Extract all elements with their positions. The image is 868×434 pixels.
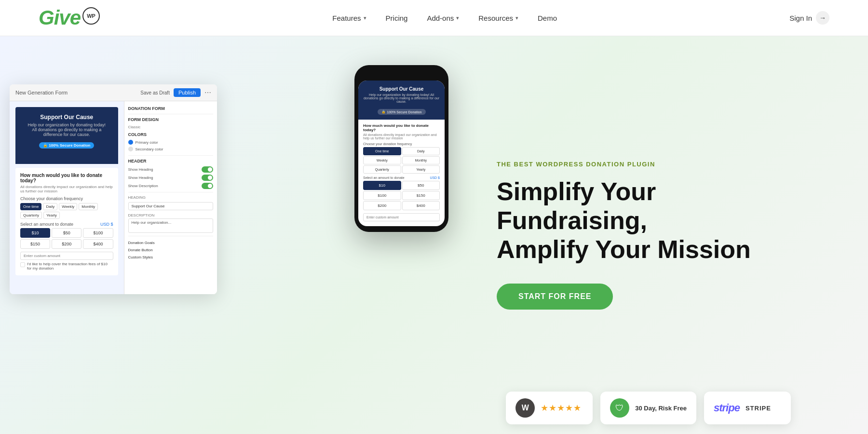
hero-label: THE BEST WORDPRESS DONATION PLUGIN bbox=[497, 161, 762, 168]
checkbox-label: I'd like to help cover the transaction f… bbox=[27, 262, 113, 271]
classic-label: Classic bbox=[128, 125, 214, 129]
phone-question: How much would you like to donate today? bbox=[363, 123, 440, 132]
phone-freq-daily[interactable]: Daily bbox=[402, 147, 440, 155]
donation-goals-item[interactable]: Donation Goals bbox=[128, 239, 214, 246]
amount-50[interactable]: $50 bbox=[52, 228, 81, 238]
phone-amount-50[interactable]: $50 bbox=[402, 181, 440, 190]
amount-150[interactable]: $150 bbox=[20, 239, 50, 249]
phone-mockup: Support Our Cause Help our organization … bbox=[354, 65, 448, 232]
mockup-topbar: New Generation Form Save as Draft Publis… bbox=[10, 84, 217, 101]
phone-freq-grid: One time Daily Weekly Monthly Quarterly … bbox=[363, 147, 440, 174]
transaction-fee-checkbox[interactable] bbox=[20, 262, 25, 267]
addons-chevron-icon: ▾ bbox=[456, 15, 459, 21]
risk-free-text: 30 Day, Risk Free bbox=[635, 405, 687, 412]
left-panel: New Generation Form Save as Draft Publis… bbox=[0, 36, 477, 434]
phone-freq-label: Choose your donation frequency bbox=[363, 142, 440, 146]
freq-quarterly[interactable]: Quarterly bbox=[20, 212, 42, 219]
nav-resources[interactable]: Resources ▾ bbox=[478, 14, 518, 22]
stripe-label: STRIPE bbox=[746, 405, 771, 412]
mockup-body: Support Our Cause Help our organization … bbox=[10, 101, 217, 294]
logo[interactable]: Give WP bbox=[39, 6, 100, 29]
freq-monthly[interactable]: Monthly bbox=[79, 203, 98, 210]
custom-styles-item[interactable]: Custom Styles bbox=[128, 254, 214, 261]
resources-chevron-icon: ▾ bbox=[515, 15, 518, 21]
show-desc-toggle[interactable]: Show Description bbox=[128, 183, 214, 189]
colors-section: Primary color Secondary color bbox=[128, 140, 214, 151]
stripe-logo: stripe bbox=[714, 402, 740, 414]
amount-10[interactable]: $10 bbox=[20, 228, 50, 238]
phone-lock-icon: 🔒 bbox=[381, 110, 386, 114]
nav-demo[interactable]: Demo bbox=[538, 14, 557, 22]
signin-button[interactable]: Sign In → bbox=[789, 11, 829, 25]
phone-freq-monthly[interactable]: Monthly bbox=[402, 156, 440, 164]
secure-badge: 🔒 100% Secure Donation bbox=[39, 142, 94, 149]
freq-onetime[interactable]: One time bbox=[20, 203, 41, 210]
phone-amount-400[interactable]: $400 bbox=[402, 201, 440, 210]
freq-daily[interactable]: Daily bbox=[43, 203, 57, 210]
wordpress-badge: W ★★★★★ bbox=[506, 392, 593, 424]
phone-amount-150[interactable]: $150 bbox=[402, 191, 440, 200]
main-nav: Features ▾ Pricing Add-ons ▾ Resources ▾… bbox=[332, 14, 557, 22]
select-amount-label: Select an amount to donate USD $ bbox=[20, 222, 113, 227]
risk-free-badge: 🛡 30 Day, Risk Free bbox=[600, 392, 696, 424]
toggle-heading-2[interactable] bbox=[202, 175, 213, 181]
save-draft-link[interactable]: Save as Draft bbox=[140, 90, 170, 95]
lock-icon: 🔒 bbox=[43, 143, 48, 148]
logo-text: Give bbox=[39, 6, 81, 29]
primary-color-row[interactable]: Primary color bbox=[128, 140, 214, 145]
star-rating: ★★★★★ bbox=[541, 403, 582, 413]
colors-section-title: Colors bbox=[128, 132, 214, 137]
amount-200[interactable]: $200 bbox=[52, 239, 81, 249]
custom-amount-input[interactable] bbox=[20, 252, 113, 260]
phone-dark-header: Support Our Cause Help our organization … bbox=[358, 81, 445, 120]
show-heading-toggle-1[interactable]: Show Heading bbox=[128, 166, 214, 173]
amount-400[interactable]: $400 bbox=[83, 239, 113, 249]
shield-icon: 🛡 bbox=[610, 398, 629, 418]
heading-input[interactable] bbox=[128, 202, 214, 210]
freq-label: Choose your donation frequency bbox=[20, 196, 113, 201]
form-dark-body: Help our organization by donating today!… bbox=[21, 122, 112, 157]
mockup-title: New Generation Form bbox=[15, 90, 68, 95]
phone-select-row: Select an amount to donate USD $ bbox=[363, 176, 440, 179]
toggle-heading-1[interactable] bbox=[202, 166, 213, 173]
desktop-mockup: New Generation Form Save as Draft Publis… bbox=[10, 84, 217, 294]
frequency-buttons: One time Daily Weekly Monthly Quarterly … bbox=[20, 203, 113, 219]
phone-form-title: Support Our Cause bbox=[363, 86, 440, 92]
phone-amount-200[interactable]: $200 bbox=[363, 201, 401, 210]
secondary-color-dot bbox=[128, 147, 133, 151]
show-heading-toggle-2[interactable]: Show Heading bbox=[128, 175, 214, 181]
phone-amount-100[interactable]: $100 bbox=[363, 191, 401, 200]
freq-weekly[interactable]: Weekly bbox=[59, 203, 77, 210]
phone-secure-badge: 🔒 100% Secure Donation bbox=[378, 109, 426, 115]
publish-button[interactable]: Publish bbox=[174, 88, 201, 97]
toggle-desc[interactable] bbox=[202, 183, 213, 189]
features-chevron-icon: ▾ bbox=[364, 15, 366, 21]
phone-freq-quarterly[interactable]: Quarterly bbox=[363, 165, 401, 174]
nav-features[interactable]: Features ▾ bbox=[332, 14, 366, 22]
description-input[interactable]: Help our organization... bbox=[128, 218, 214, 233]
phone-freq-yearly[interactable]: Yearly bbox=[402, 165, 440, 174]
donate-button-item[interactable]: Donate Button bbox=[128, 246, 214, 254]
freq-yearly[interactable]: Yearly bbox=[43, 212, 60, 219]
phone-custom-input[interactable] bbox=[363, 213, 440, 221]
nav-pricing[interactable]: Pricing bbox=[386, 14, 408, 22]
stripe-badge: stripe STRIPE bbox=[704, 392, 791, 424]
hero-content: THE BEST WORDPRESS DONATION PLUGIN Simpl… bbox=[497, 161, 762, 309]
form-white-section: How much would you like to donate today?… bbox=[15, 168, 118, 275]
phone-freq-onetime[interactable]: One time bbox=[363, 147, 401, 155]
amount-100[interactable]: $100 bbox=[83, 228, 113, 238]
wp-logo-icon: W bbox=[515, 398, 535, 418]
signin-arrow-icon: → bbox=[816, 11, 829, 25]
logo-wp-badge: WP bbox=[82, 7, 100, 25]
topbar-actions: Save as Draft Publish ⋯ bbox=[140, 88, 211, 97]
secondary-color-row[interactable]: Secondary color bbox=[128, 147, 214, 151]
stars-container: ★★★★★ bbox=[541, 403, 582, 413]
form-question: How much would you like to donate today? bbox=[20, 173, 113, 183]
phone-amount-10[interactable]: $10 bbox=[363, 181, 401, 190]
form-description: Help our organization by donating today!… bbox=[27, 122, 107, 137]
start-free-button[interactable]: START FOR FREE bbox=[497, 284, 613, 310]
more-options-icon[interactable]: ⋯ bbox=[204, 89, 211, 96]
bottom-badges: W ★★★★★ 🛡 30 Day, Risk Free stripe STRIP… bbox=[506, 392, 791, 424]
nav-addons[interactable]: Add-ons ▾ bbox=[427, 14, 459, 22]
phone-freq-weekly[interactable]: Weekly bbox=[363, 156, 401, 164]
